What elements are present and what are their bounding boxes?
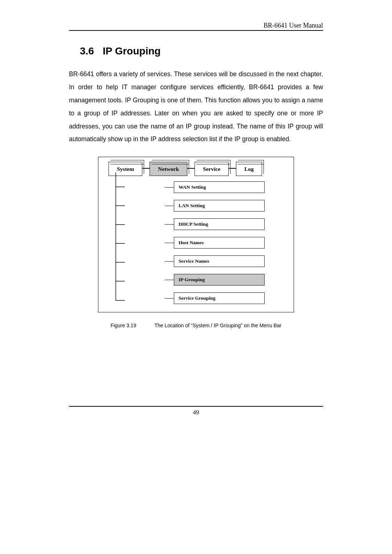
submenu-label: Service Grouping	[174, 292, 265, 304]
submenu-label: IP Grouping	[174, 274, 265, 286]
figure-caption-text: The Location of “System / IP Grouping” o…	[154, 323, 281, 328]
footer: 49	[69, 406, 323, 416]
menu-button-log: Log	[236, 166, 262, 172]
submenu-label: Service Names	[174, 255, 265, 267]
connector	[165, 280, 174, 280]
connector	[165, 243, 174, 243]
submenu-item-service-grouping: Service Grouping	[158, 292, 283, 304]
submenu-item-service-names: Service Names	[158, 255, 283, 267]
submenu-label: DHCP Setting	[174, 218, 265, 230]
submenu-item-lan-setting: LAN Setting	[158, 200, 283, 212]
section-title: IP Grouping	[103, 45, 161, 57]
figure-label: Figure 3.19	[111, 323, 136, 328]
connector	[165, 206, 174, 206]
submenu-list: WAN Setting LAN Setting DHCP Setting Hos…	[158, 172, 283, 304]
footer-rule	[69, 406, 323, 407]
submenu-item-host-names: Host Names	[158, 237, 283, 249]
submenu-item-wan-setting: WAN Setting	[158, 181, 283, 193]
submenu-item-dhcp-setting: DHCP Setting	[158, 218, 283, 230]
diagram-frame: System Network Service Log	[98, 157, 294, 312]
submenu-label: LAN Setting	[174, 200, 265, 212]
connector	[165, 187, 174, 188]
submenu-label: Host Names	[174, 237, 265, 249]
menu-button-system: System	[109, 166, 142, 172]
diagram-wrapper: System Network Service Log	[69, 157, 323, 312]
menu-button-service: Service	[195, 166, 229, 172]
submenu-item-ip-grouping: IP Grouping	[158, 274, 283, 286]
header-rule	[69, 30, 323, 31]
figure-caption: Figure 3.19 The Location of “System / IP…	[69, 323, 323, 328]
section-heading: 3.6IP Grouping	[69, 45, 323, 57]
menu-row: System Network Service Log	[109, 166, 283, 172]
page-number: 49	[69, 409, 323, 416]
connector	[165, 261, 174, 262]
header-doc-title: BR-6641 User Manual	[69, 22, 323, 29]
submenu-label: WAN Setting	[174, 181, 265, 193]
connector	[165, 298, 174, 299]
section-number: 3.6	[80, 45, 94, 57]
tree-area: WAN Setting LAN Setting DHCP Setting Hos…	[109, 172, 283, 304]
body-paragraph: BR-6641 offers a variety of services. Th…	[69, 68, 323, 146]
connector	[165, 224, 174, 225]
menu-button-network: Network	[150, 166, 187, 172]
